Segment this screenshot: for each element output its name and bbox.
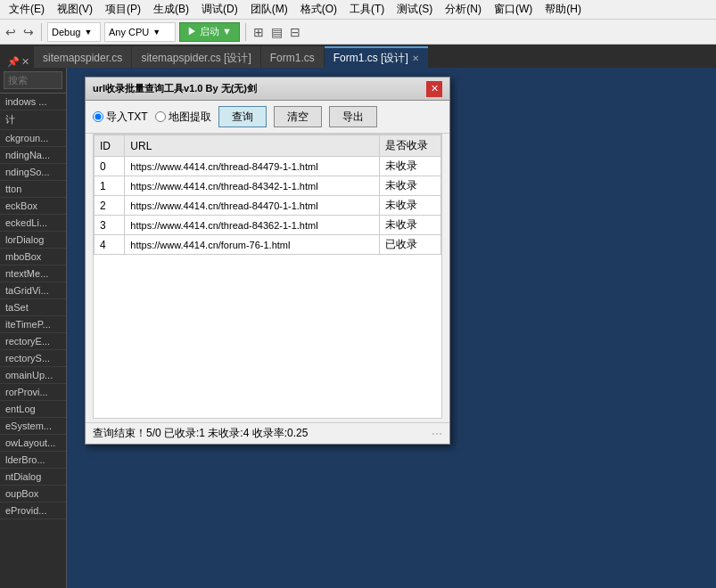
sidebar-item-0[interactable]: indows ... — [0, 94, 66, 110]
sidebar-item-8[interactable]: lorDialog — [0, 232, 66, 249]
sidebar-item-22[interactable]: ntDialog — [0, 469, 66, 486]
cell-status: 已收录 — [380, 235, 441, 255]
sidebar-items: indows ... 计 ckgroun... ndingNa... nding… — [0, 94, 66, 587]
resize-handle[interactable]: ⋯ — [432, 428, 442, 440]
menu-team[interactable]: 团队(M) — [245, 0, 293, 19]
dialog-title: url收录批量查询工具v1.0 By 无(无)剑 — [93, 82, 257, 95]
menu-view[interactable]: 视图(V) — [52, 0, 98, 19]
radio-map-extract[interactable]: 地图提取 — [155, 110, 211, 125]
sidebar-search-input[interactable] — [4, 71, 62, 89]
tab-form1-design[interactable]: Form1.cs [设计] ✕ — [325, 46, 428, 68]
close-pin-icon[interactable]: ✕ — [21, 56, 29, 68]
sidebar-item-23[interactable]: oupBox — [0, 486, 66, 502]
tab-sitemapspider-design[interactable]: sitemapspider.cs [设计] — [132, 46, 259, 68]
cell-id: 0 — [95, 157, 125, 176]
tools-icon-2[interactable]: ▤ — [269, 25, 284, 39]
sidebar-item-16[interactable]: omainUp... — [0, 367, 66, 384]
sidebar-item-5[interactable]: tton — [0, 181, 66, 198]
sidebar-item-12[interactable]: taSet — [0, 299, 66, 316]
cell-status: 未收录 — [380, 176, 441, 196]
export-button[interactable]: 导出 — [329, 106, 377, 127]
menu-bar: 文件(E) 视图(V) 项目(P) 生成(B) 调试(D) 团队(M) 格式(O… — [0, 0, 716, 20]
sidebar-item-3[interactable]: ndingNa... — [0, 147, 66, 164]
sidebar-item-15[interactable]: rectoryS... — [0, 350, 66, 367]
clear-button[interactable]: 清空 — [274, 106, 322, 127]
sidebar-item-14[interactable]: rectoryE... — [0, 333, 66, 350]
tab-form1-cs[interactable]: Form1.cs — [261, 46, 324, 68]
menu-tools[interactable]: 工具(T) — [344, 0, 390, 19]
cell-url: https://www.4414.cn/thread-84479-1-1.htm… — [125, 157, 380, 176]
sidebar-item-6[interactable]: eckBox — [0, 198, 66, 215]
sidebar-item-21[interactable]: lderBro... — [0, 452, 66, 469]
menu-project[interactable]: 项目(P) — [100, 0, 146, 19]
dialog-close-button[interactable]: ✕ — [426, 81, 442, 97]
sidebar-item-19[interactable]: eSystem... — [0, 418, 66, 435]
debug-dropdown[interactable]: Debug ▼ — [47, 22, 101, 42]
sidebar-item-9[interactable]: mboBox — [0, 249, 66, 265]
dialog-titlebar: url收录批量查询工具v1.0 By 无(无)剑 ✕ — [86, 78, 449, 101]
toolbar: ↩ ↪ Debug ▼ Any CPU ▼ ▶ 启动 ▼ ⊞ ▤ ⊟ — [0, 20, 716, 45]
dialog-toolbar: 导入TXT 地图提取 查询 清空 导出 — [86, 101, 449, 134]
dialog-window: url收录批量查询工具v1.0 By 无(无)剑 ✕ 导入TXT 地图提取 查询… — [85, 77, 450, 445]
query-button[interactable]: 查询 — [218, 106, 267, 127]
tools-icon-1[interactable]: ⊞ — [251, 25, 266, 39]
table-row: 0https://www.4414.cn/thread-84479-1-1.ht… — [95, 157, 441, 176]
radio-map-extract-input[interactable] — [155, 111, 166, 122]
dialog-statusbar: 查询结束！5/0 已收录:1 未收录:4 收录率:0.25 ⋯ — [86, 422, 449, 444]
sidebar-item-11[interactable]: taGridVi... — [0, 282, 66, 299]
sidebar-item-10[interactable]: ntextMe... — [0, 265, 66, 282]
sidebar-item-7[interactable]: eckedLi... — [0, 215, 66, 232]
menu-debug[interactable]: 调试(D) — [196, 0, 243, 19]
radio-import-txt[interactable]: 导入TXT — [93, 110, 148, 125]
sidebar-item-2[interactable]: ckgroun... — [0, 130, 66, 147]
col-header-url: URL — [125, 135, 380, 157]
pin-icon: 📌 — [7, 56, 20, 68]
tab-row: 📌 ✕ sitemapspider.cs sitemapspider.cs [设… — [0, 45, 716, 68]
start-button[interactable]: ▶ 启动 ▼ — [179, 22, 240, 42]
cell-url: https://www.4414.cn/thread-84362-1-1.htm… — [125, 216, 380, 235]
sidebar-item-24[interactable]: eProvid... — [0, 502, 66, 519]
menu-help[interactable]: 帮助(H) — [539, 0, 587, 19]
menu-format[interactable]: 格式(O) — [295, 0, 342, 19]
tools-icon-3[interactable]: ⊟ — [288, 25, 302, 39]
sidebar: indows ... 计 ckgroun... ndingNa... nding… — [0, 68, 67, 588]
sidebar-item-13[interactable]: iteTimeP... — [0, 316, 66, 333]
menu-file[interactable]: 文件(E) — [4, 0, 50, 19]
sidebar-item-20[interactable]: owLayout... — [0, 435, 66, 452]
cell-id: 3 — [95, 216, 125, 235]
radio-import-txt-input[interactable] — [93, 111, 103, 122]
cell-status: 未收录 — [380, 157, 441, 176]
cell-url: https://www.4414.cn/thread-84342-1-1.htm… — [125, 176, 380, 196]
tab-close-icon[interactable]: ✕ — [412, 53, 419, 63]
cell-id: 4 — [95, 235, 125, 255]
menu-analyze[interactable]: 分析(N) — [440, 0, 487, 19]
menu-build[interactable]: 生成(B) — [148, 0, 194, 19]
cell-status: 未收录 — [380, 196, 441, 216]
cpu-dropdown[interactable]: Any CPU ▼ — [104, 22, 176, 42]
table-row: 2https://www.4414.cn/thread-84470-1-1.ht… — [95, 196, 441, 216]
status-text: 查询结束！5/0 已收录:1 未收录:4 收录率:0.25 — [93, 426, 308, 441]
debug-dropdown-arrow: ▼ — [84, 28, 92, 37]
col-header-status: 是否收录 — [380, 135, 441, 157]
tab-sitemapspider-cs[interactable]: sitemapspider.cs — [34, 46, 131, 68]
cpu-dropdown-arrow: ▼ — [152, 28, 160, 37]
cell-id: 1 — [95, 176, 125, 196]
sidebar-item-18[interactable]: entLog — [0, 401, 66, 418]
sidebar-item-17[interactable]: rorProvi... — [0, 384, 66, 401]
sidebar-header — [0, 68, 66, 94]
main-area: indows ... 计 ckgroun... ndingNa... nding… — [0, 68, 716, 588]
separator-1 — [41, 23, 42, 41]
cell-id: 2 — [95, 196, 125, 216]
pin-area: 📌 ✕ — [4, 56, 33, 68]
data-grid-container: ID URL 是否收录 0https://www.4414.cn/thread-… — [93, 134, 442, 419]
sidebar-item-4[interactable]: ndingSo... — [0, 164, 66, 181]
sidebar-item-1[interactable]: 计 — [0, 110, 66, 130]
menu-window[interactable]: 窗口(W) — [489, 0, 538, 19]
table-row: 1https://www.4414.cn/thread-84342-1-1.ht… — [95, 176, 441, 196]
table-row: 3https://www.4414.cn/thread-84362-1-1.ht… — [95, 216, 441, 235]
separator-2 — [245, 23, 246, 41]
undo-icon[interactable]: ↩ — [4, 25, 18, 39]
menu-test[interactable]: 测试(S) — [391, 0, 438, 19]
redo-icon[interactable]: ↪ — [21, 25, 36, 39]
cell-url: https://www.4414.cn/forum-76-1.html — [125, 235, 380, 255]
